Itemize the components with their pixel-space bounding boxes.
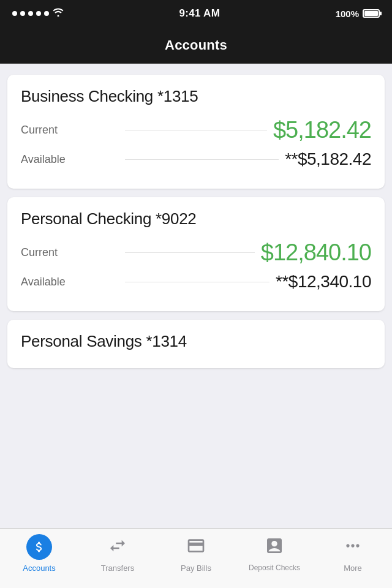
transfers-tab-label: Transfers: [101, 564, 134, 573]
accounts-tab-label: Accounts: [23, 564, 55, 573]
status-bar-right: 100%: [336, 9, 380, 19]
available-balance-row-business: Available **$5,182.42: [21, 149, 371, 169]
tab-deposit-checks[interactable]: Deposit Checks: [235, 533, 314, 572]
tab-transfers[interactable]: Transfers: [78, 533, 157, 573]
status-bar: 9:41 AM 100%: [0, 0, 392, 27]
signal-dot-2: [20, 11, 25, 16]
accounts-list: Business Checking *1315 Current $5,182.4…: [0, 64, 392, 528]
nav-bar: Accounts: [0, 27, 392, 64]
divider-business-current: [125, 130, 267, 130]
divider-personal-available: [125, 282, 270, 282]
tab-more[interactable]: More: [314, 533, 392, 573]
wifi-icon: [53, 8, 64, 19]
pay-bills-tab-label: Pay Bills: [181, 564, 211, 573]
tab-pay-bills[interactable]: Pay Bills: [157, 533, 235, 573]
available-amount-business: **$5,182.42: [285, 149, 371, 169]
transfers-tab-icon-wrapper: [104, 533, 131, 560]
tab-accounts[interactable]: Accounts: [0, 533, 78, 573]
available-label-personal: Available: [21, 276, 119, 288]
account-name-business: Business Checking *1315: [21, 87, 371, 106]
accounts-tab-icon-circle: [26, 534, 52, 560]
account-card-business-checking[interactable]: Business Checking *1315 Current $5,182.4…: [7, 75, 385, 189]
deposit-checks-tab-label: Deposit Checks: [249, 564, 300, 572]
current-label-personal: Current: [21, 246, 119, 259]
divider-business-available: [125, 159, 279, 160]
account-name-personal-savings: Personal Savings *1314: [21, 332, 371, 351]
battery-percent: 100%: [336, 9, 359, 19]
divider-personal-current: [125, 252, 255, 253]
more-tab-label: More: [344, 564, 362, 573]
signal-dot-5: [44, 11, 49, 16]
battery-icon: [363, 9, 380, 18]
pay-bills-icon: [186, 536, 206, 558]
more-icon: [343, 536, 363, 558]
nav-title: Accounts: [165, 37, 227, 53]
dollar-sign-icon: [32, 540, 46, 554]
signal-dots: [12, 11, 49, 16]
status-bar-left: [12, 8, 64, 19]
available-balance-row-personal: Available **$12,340.10: [21, 272, 371, 292]
deposit-checks-tab-icon-wrapper: [261, 533, 288, 560]
current-balance-row-personal: Current $12,840.10: [21, 239, 371, 266]
signal-dot-3: [28, 11, 33, 16]
account-card-personal-savings[interactable]: Personal Savings *1314: [7, 320, 385, 368]
current-balance-row-business: Current $5,182.42: [21, 117, 371, 143]
pay-bills-tab-icon-wrapper: [183, 533, 209, 560]
current-amount-business: $5,182.42: [273, 117, 371, 143]
account-name-personal-checking: Personal Checking *9022: [21, 209, 371, 228]
account-card-personal-checking[interactable]: Personal Checking *9022 Current $12,840.…: [7, 197, 385, 311]
tab-bar: Accounts Transfers Pay Bills: [0, 528, 392, 588]
status-time: 9:41 AM: [179, 7, 220, 20]
deposit-checks-icon: [265, 536, 284, 558]
available-label-business: Available: [21, 153, 119, 166]
accounts-tab-icon-wrapper: [26, 533, 53, 560]
more-tab-icon-wrapper: [339, 533, 366, 560]
available-amount-personal: **$12,340.10: [276, 272, 371, 292]
signal-dot-1: [12, 11, 17, 16]
signal-dot-4: [36, 11, 41, 16]
transfers-icon: [108, 536, 127, 558]
current-label-business: Current: [21, 124, 119, 137]
current-amount-personal: $12,840.10: [261, 239, 371, 266]
